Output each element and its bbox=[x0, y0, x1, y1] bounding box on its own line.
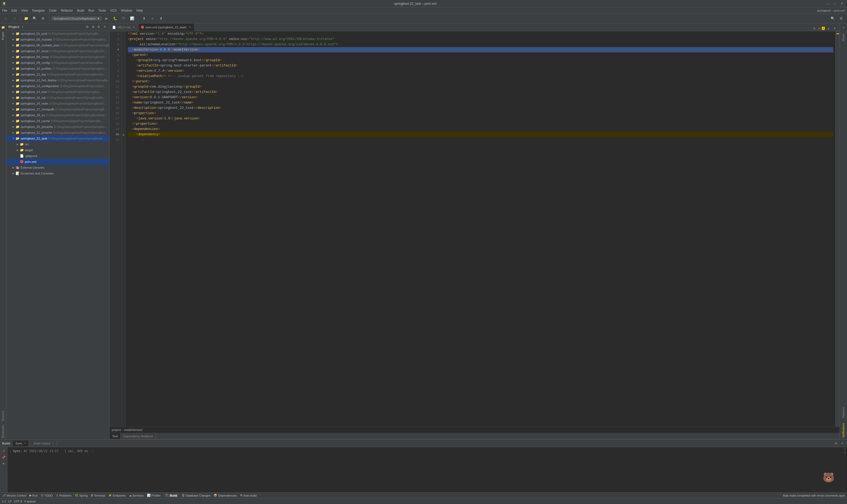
dependencies-btn[interactable]: 📦 Dependencies bbox=[214, 494, 237, 497]
database-changes-btn[interactable]: 🗄 Database Changes bbox=[182, 494, 211, 497]
tab-help-md[interactable]: 📄 HELP.md ✕ bbox=[110, 23, 139, 31]
tree-item-10[interactable]: ▶ 📁 springboot_10_profiles D:\DingJiaxio… bbox=[6, 66, 109, 71]
menu-file[interactable]: File bbox=[0, 7, 9, 14]
bookmarks-label[interactable]: Bookmarks bbox=[1, 423, 5, 439]
tree-item-external[interactable]: ▶ 📚 External Libraries bbox=[6, 165, 109, 170]
menu-edit[interactable]: Edit bbox=[9, 7, 19, 14]
coverage-button[interactable]: 🛡 bbox=[120, 15, 127, 22]
tree-item-pom[interactable]: 🅜 pom.xml bbox=[6, 159, 109, 165]
rerun-button[interactable]: ↺ bbox=[1, 448, 6, 454]
menu-vcs[interactable]: VCS bbox=[108, 7, 119, 14]
tree-item-14[interactable]: ▶ 📁 springboot_14_test D:\DingJiaxiong\I… bbox=[6, 89, 109, 95]
gutter-20-warning[interactable]: ⚠ bbox=[122, 132, 125, 137]
project-tree[interactable]: ▶ 📁 springboot_01_junit D:\DingJiaxiong\… bbox=[6, 31, 109, 439]
vcs-update-button[interactable]: ⬇ bbox=[140, 15, 148, 22]
profiler-btn[interactable]: 📊 Profiler bbox=[147, 494, 161, 497]
tree-item-21[interactable]: ▶ 📁 springboot_21_j2cache D:\DingJiaxion… bbox=[6, 130, 109, 136]
tree-item-07[interactable]: ▶ 📁 springboot_07_druid D:\DingJiaxiong\… bbox=[6, 48, 109, 54]
auto-build-btn[interactable]: ⚙ Auto-build bbox=[240, 494, 257, 497]
tree-item-01[interactable]: ▶ 📁 springboot_01_junit D:\DingJiaxiong\… bbox=[6, 31, 109, 37]
forward-button[interactable]: → bbox=[11, 15, 18, 22]
vcs-push-button[interactable]: ⬆ bbox=[157, 15, 165, 22]
todo-btn[interactable]: ☑ TODO bbox=[41, 494, 53, 497]
tree-item-11[interactable]: ▶ 📁 springboot_11_log D:\DingJiaxiong\Id… bbox=[6, 71, 109, 77]
sync-tab[interactable]: Sync ✕ bbox=[13, 440, 29, 446]
status-line-ending[interactable]: LF bbox=[8, 500, 12, 503]
endpoints-btn[interactable]: ⚡ Endpoints bbox=[108, 494, 126, 497]
tab-dependency-analyzer[interactable]: Dependency Analyzer bbox=[121, 433, 156, 439]
tree-item-20[interactable]: ▶ 📁 springboot_20_jetcache D:\DingJiaxio… bbox=[6, 124, 109, 130]
menu-build[interactable]: Build bbox=[75, 7, 86, 14]
editor-content[interactable]: 1 2 3 4 5 6 7 8 9 10 11 12 13 14 15 16 1… bbox=[110, 31, 840, 427]
tree-item-13[interactable]: ▶ 📁 springboot_13_configuration D:\DingJ… bbox=[6, 83, 109, 89]
collapse-all-button[interactable]: ⊟ bbox=[85, 24, 90, 30]
tree-item-17[interactable]: ▶ 📁 springboot_17_mongodb D:\DingJiaxion… bbox=[6, 106, 109, 112]
settings-panel-button[interactable]: ⚙ bbox=[833, 441, 839, 446]
tree-item-scratches[interactable]: ▶ 📝 Scratches and Consoles bbox=[6, 170, 109, 176]
tree-item-05[interactable]: ▶ 📁 springboot_05_mybatis D:\DingJiaxion… bbox=[6, 37, 109, 42]
terminal-btn[interactable]: ⊞ Terminal bbox=[91, 494, 105, 497]
debug-button[interactable]: 🐛 bbox=[111, 15, 119, 22]
run-button[interactable]: ▶ bbox=[103, 15, 110, 22]
back-button[interactable]: ← bbox=[2, 15, 10, 22]
project-panel-toggle[interactable]: 📁 bbox=[0, 24, 6, 30]
run-status-btn[interactable]: ▶ Run bbox=[30, 494, 38, 497]
problems-btn[interactable]: ⚠ Problems bbox=[56, 494, 71, 497]
locate-file-button[interactable]: ⊕ bbox=[90, 24, 95, 30]
scroll-tabs-down-button[interactable]: ▼ bbox=[832, 26, 837, 31]
tab-text[interactable]: Text bbox=[110, 433, 121, 439]
tree-item-08[interactable]: ▶ 📁 springboot_08_ssmp D:\DingJiaxiong\I… bbox=[6, 54, 109, 60]
settings-button[interactable]: ⚙ bbox=[39, 15, 47, 22]
status-position[interactable]: 1:1 bbox=[2, 500, 6, 503]
pin-button[interactable]: 📌 bbox=[1, 454, 6, 460]
build-output-close[interactable]: ✕ bbox=[52, 442, 54, 445]
tree-item-09[interactable]: ▶ 📁 springboot_09_config D:\DingJiaxiong… bbox=[6, 60, 109, 66]
build-output-tab[interactable]: Build Output ✕ bbox=[31, 440, 57, 446]
sync-tab-close[interactable]: ✕ bbox=[24, 442, 26, 445]
services-btn[interactable]: ☁ Services bbox=[129, 494, 144, 497]
editor-scrollbar[interactable]: ▬ bbox=[835, 31, 840, 427]
build-scrollbar[interactable]: ≡ ≡ bbox=[843, 447, 847, 492]
maven-label[interactable]: Maven bbox=[842, 31, 845, 43]
spring-btn[interactable]: 🌿 Spring bbox=[75, 494, 88, 497]
tree-item-16[interactable]: ▶ 📁 springboot_16_redis D:\DingJiaxiong\… bbox=[6, 101, 109, 106]
project-dropdown[interactable]: ▼ bbox=[21, 26, 24, 28]
breadcrumb-model-version[interactable]: modelVersion bbox=[124, 428, 142, 431]
settings-button[interactable]: ⚙ bbox=[96, 24, 102, 30]
gear-button[interactable]: ⚙ bbox=[837, 15, 845, 22]
run-config-selector[interactable]: Springboot21J2cacheApplication ▼ bbox=[51, 16, 102, 21]
minimize-button[interactable]: — bbox=[825, 1, 831, 7]
project-view-button[interactable]: 📁 bbox=[22, 15, 30, 22]
menu-run[interactable]: Run bbox=[86, 7, 96, 14]
close-button[interactable]: ✕ bbox=[839, 1, 845, 7]
tree-item-22[interactable]: ▼ 📂 springboot_22_task D:\DingJiaxiong\I… bbox=[6, 136, 109, 141]
build-btn[interactable]: 🔨 Build bbox=[164, 494, 179, 497]
project-label[interactable]: Project bbox=[1, 30, 5, 41]
scroll-tabs-button[interactable]: ▲ bbox=[826, 26, 831, 31]
tree-item-19[interactable]: ▶ 📁 springboot_19_cache D:\DingJiaxiong\… bbox=[6, 118, 109, 124]
maven-toggle[interactable]: ≡ bbox=[841, 24, 847, 31]
vcs-commit-button[interactable]: ✓ bbox=[149, 15, 156, 22]
version-control-btn[interactable]: ⎇ Version Control bbox=[2, 494, 26, 497]
split-editor-button[interactable]: ⊞ bbox=[812, 26, 817, 31]
hide-panel-button[interactable]: ✕ bbox=[102, 24, 107, 30]
search-everywhere-button[interactable]: 🔍 bbox=[31, 15, 38, 22]
menu-tools[interactable]: Tools bbox=[96, 7, 108, 14]
menu-help[interactable]: Help bbox=[134, 7, 145, 14]
eye-button[interactable]: 👁 bbox=[1, 461, 6, 467]
tree-item-06[interactable]: ▶ 📁 springboot_06_mybatis_plus D:\DingJi… bbox=[6, 42, 109, 48]
search-button[interactable]: 🔍 bbox=[829, 15, 836, 22]
tree-item-gitignore[interactable]: 📄 .gitignore bbox=[6, 153, 109, 159]
code-editor[interactable]: <?xml version="1.0" encoding="UTF-8"?> <… bbox=[126, 31, 835, 427]
tree-item-18[interactable]: ▶ 📁 springboot_18_es D:\DingJiaxiong\Ide… bbox=[6, 112, 109, 118]
tab-close-button[interactable]: ✕ bbox=[188, 25, 192, 29]
database-label[interactable]: Database bbox=[842, 405, 845, 420]
tab-pom-xml[interactable]: 🅜 pom.xml (springboot_22_task) ✕ bbox=[139, 23, 195, 31]
hide-panel-button[interactable]: ✕ bbox=[840, 441, 845, 446]
menu-code[interactable]: Code bbox=[47, 7, 59, 14]
tree-item-target[interactable]: ▶ 📁 target bbox=[6, 147, 109, 153]
status-encoding[interactable]: UTF-8 bbox=[14, 500, 22, 503]
tree-item-15[interactable]: ▶ 📁 springboot_15_sql D:\DingJiaxiong\Id… bbox=[6, 95, 109, 101]
tree-item-src[interactable]: ▶ 📁 src bbox=[6, 141, 109, 147]
menu-refactor[interactable]: Refactor bbox=[59, 7, 75, 14]
